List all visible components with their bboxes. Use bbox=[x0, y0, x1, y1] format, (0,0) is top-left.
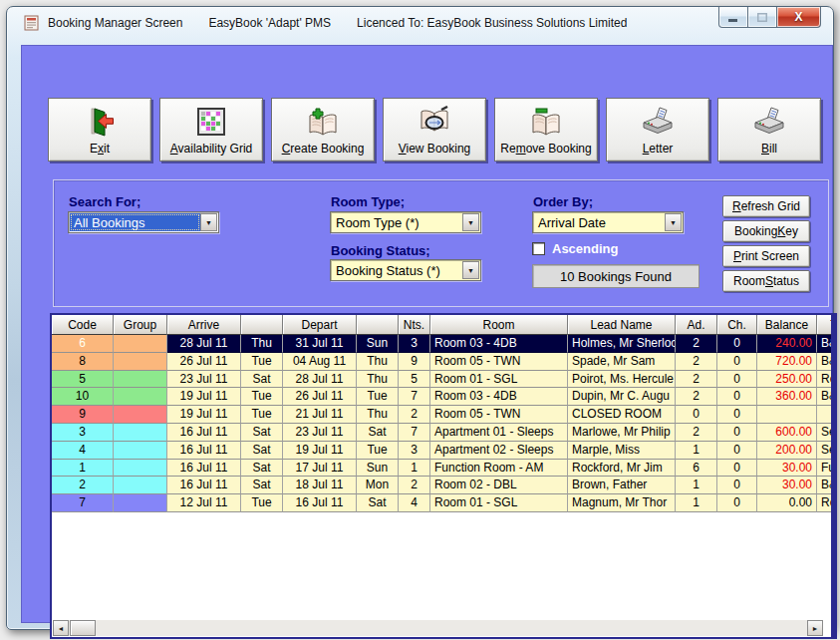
title-bar[interactable]: Booking Manager Screen EasyBook 'Adapt' … bbox=[7, 7, 833, 39]
cell-lead-name: Poirot, Ms. Hercule bbox=[568, 371, 676, 389]
exit-button[interactable]: Exit bbox=[48, 98, 151, 161]
minimize-button[interactable] bbox=[718, 7, 748, 28]
room-type-combo[interactable]: Room Type (*) ▼ bbox=[330, 211, 481, 233]
column-header-children: Ch. bbox=[717, 315, 757, 335]
table-row[interactable]: 116 Jul 11Sat17 Jul 11Sun1Function Room … bbox=[52, 460, 837, 478]
column-header-group: Group bbox=[114, 315, 167, 335]
table-row[interactable]: 523 Jul 11Sat28 Jul 11Thu5Room 01 - SGLP… bbox=[52, 371, 837, 389]
table-row-selected[interactable]: 628 Jul 11Thu31 Jul 11Sun3Room 03 - 4DBH… bbox=[52, 335, 837, 353]
cell-room: Room 03 - 4DB bbox=[430, 388, 568, 406]
cell-balance: 30.00 bbox=[757, 460, 817, 478]
cell-room: Room 03 - 4DB bbox=[430, 335, 568, 353]
cell-arrive: 23 Jul 11 bbox=[167, 371, 241, 389]
cell-depart: 19 Jul 11 bbox=[283, 442, 357, 460]
cell-room: Room 02 - DBL bbox=[430, 477, 568, 494]
create-booking-icon bbox=[306, 105, 340, 139]
cell-children: 0 bbox=[717, 335, 757, 353]
cell-adults: 1 bbox=[676, 494, 717, 512]
cell-children: 0 bbox=[717, 494, 757, 512]
chevron-down-icon[interactable]: ▼ bbox=[665, 213, 682, 231]
cell-depart-day: Sun bbox=[357, 335, 399, 353]
filter-panel bbox=[53, 179, 829, 307]
table-row[interactable]: 1019 Jul 11Tue26 Jul 11Tue7Room 03 - 4DB… bbox=[52, 388, 837, 406]
cell-group bbox=[114, 335, 167, 353]
cell-lead-name: CLOSED ROOM bbox=[568, 406, 676, 424]
ascending-label: Ascending bbox=[552, 241, 618, 256]
scroll-left-icon[interactable]: ◄ bbox=[53, 620, 69, 636]
create-booking-button[interactable]: Create Booking bbox=[271, 98, 375, 161]
cell-code: 9 bbox=[52, 406, 114, 424]
cell-lead-name: Marple, Miss bbox=[568, 442, 676, 460]
bill-printer-icon bbox=[752, 105, 786, 139]
table-row[interactable]: 416 Jul 11Sat19 Jul 11Tue3Apartment 02 -… bbox=[52, 442, 837, 460]
order-by-combo[interactable]: Arrival Date ▼ bbox=[532, 211, 684, 233]
cell-lead-name: Dupin, Mr C. Augu bbox=[568, 388, 676, 406]
scrollbar-thumb[interactable] bbox=[70, 620, 96, 636]
chevron-down-icon[interactable]: ▼ bbox=[462, 213, 479, 231]
remove-booking-button[interactable]: Remove Booking bbox=[494, 98, 598, 161]
column-header-tariff: Ta bbox=[817, 315, 837, 335]
cell-room: Function Room - AM bbox=[430, 460, 568, 478]
licence-text: Licenced To: EasyBook Business Solutions… bbox=[357, 16, 627, 30]
booking-status-combo[interactable]: Booking Status (*) ▼ bbox=[330, 259, 481, 281]
bill-button[interactable]: Bill bbox=[717, 98, 821, 161]
cell-depart: 23 Jul 11 bbox=[283, 424, 357, 442]
column-header-arrive-day bbox=[241, 315, 283, 335]
cell-room: Apartment 01 - Sleeps bbox=[430, 424, 568, 442]
cell-arrive: 16 Jul 11 bbox=[167, 424, 241, 442]
table-row[interactable]: 316 Jul 11Sat23 Jul 11Sat7Apartment 01 -… bbox=[52, 424, 837, 442]
cell-lead-name: Brown, Father bbox=[568, 477, 676, 494]
ascending-checkbox[interactable] bbox=[532, 242, 545, 255]
cell-arrive-day: Sat bbox=[241, 371, 283, 389]
toolbar-button-label: View Booking bbox=[399, 142, 471, 156]
cell-arrive: 28 Jul 11 bbox=[167, 335, 241, 353]
cell-arrive-day: Thu bbox=[241, 335, 283, 353]
chevron-down-icon[interactable]: ▼ bbox=[462, 261, 479, 279]
cell-tariff: B& bbox=[817, 335, 837, 353]
screen: Booking Manager Screen EasyBook 'Adapt' … bbox=[0, 0, 840, 640]
close-button[interactable]: X bbox=[776, 7, 821, 28]
cell-depart-day: Sat bbox=[357, 424, 399, 442]
booking-key-button[interactable]: Booking Key bbox=[722, 220, 810, 242]
cell-depart-day: Thu bbox=[357, 406, 399, 424]
table-row[interactable]: 712 Jul 11Tue16 Jul 11Sat4Room 01 - SGLM… bbox=[52, 494, 837, 512]
column-header-adults: Ad. bbox=[676, 315, 717, 335]
chevron-down-icon[interactable]: ▼ bbox=[200, 213, 217, 231]
search-for-combo[interactable]: All Bookings ▼ bbox=[68, 211, 219, 233]
order-by-value: Arrival Date bbox=[534, 213, 665, 231]
toolbar-button-label: Remove Booking bbox=[500, 142, 591, 156]
cell-lead-name: Holmes, Mr Sherlock bbox=[568, 335, 676, 353]
maximize-button[interactable] bbox=[748, 7, 776, 28]
cell-nights: 2 bbox=[399, 477, 430, 494]
scroll-right-icon[interactable]: ► bbox=[807, 620, 823, 636]
product-name: EasyBook 'Adapt' PMS bbox=[208, 16, 331, 30]
cell-group bbox=[114, 388, 167, 406]
column-header-arrive: Arrive bbox=[167, 315, 241, 335]
view-booking-button[interactable]: View Booking bbox=[383, 98, 486, 161]
cell-tariff: Se bbox=[817, 442, 837, 460]
table-row[interactable]: 919 Jul 11Tue21 Jul 11Thu2Room 05 - TWNC… bbox=[52, 406, 837, 424]
horizontal-scrollbar[interactable]: ◄ ► bbox=[53, 620, 823, 636]
cell-group bbox=[114, 494, 167, 512]
exit-door-icon bbox=[84, 105, 116, 139]
cell-adults: 2 bbox=[676, 388, 717, 406]
refresh-grid-button[interactable]: Refresh Grid bbox=[722, 195, 810, 217]
cell-nights: 5 bbox=[399, 371, 430, 389]
table-row[interactable]: 216 Jul 11Sat18 Jul 11Mon2Room 02 - DBLB… bbox=[52, 477, 837, 494]
toolbar-button-label: Create Booking bbox=[282, 142, 365, 156]
cell-adults: 0 bbox=[676, 406, 717, 424]
cell-nights: 2 bbox=[399, 406, 430, 424]
cell-lead-name: Spade, Mr Sam bbox=[568, 353, 676, 371]
cell-nights: 4 bbox=[399, 494, 430, 512]
cell-adults: 2 bbox=[676, 353, 717, 371]
cell-adults: 2 bbox=[676, 335, 717, 353]
cell-tariff: B& bbox=[817, 388, 837, 406]
cell-children: 0 bbox=[717, 371, 757, 389]
letter-button[interactable]: Letter bbox=[606, 98, 709, 161]
cell-depart: 31 Jul 11 bbox=[283, 335, 357, 353]
cell-children: 0 bbox=[717, 406, 757, 424]
availability-grid-button[interactable]: Availability Grid bbox=[159, 98, 263, 161]
table-row[interactable]: 826 Jul 11Tue04 Aug 11Thu9Room 05 - TWNS… bbox=[52, 353, 837, 371]
print-screen-button[interactable]: Print Screen bbox=[722, 245, 810, 267]
room-status-button[interactable]: Room Status bbox=[722, 270, 810, 292]
